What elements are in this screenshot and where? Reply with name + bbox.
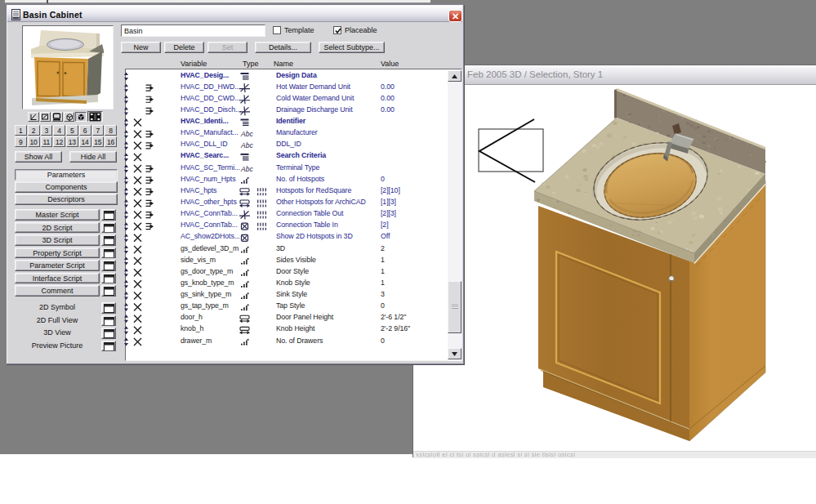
svg-text:Abc: Abc (240, 141, 253, 149)
svg-text:Abc: Abc (240, 130, 253, 138)
svg-text:Abc: Abc (240, 165, 253, 173)
